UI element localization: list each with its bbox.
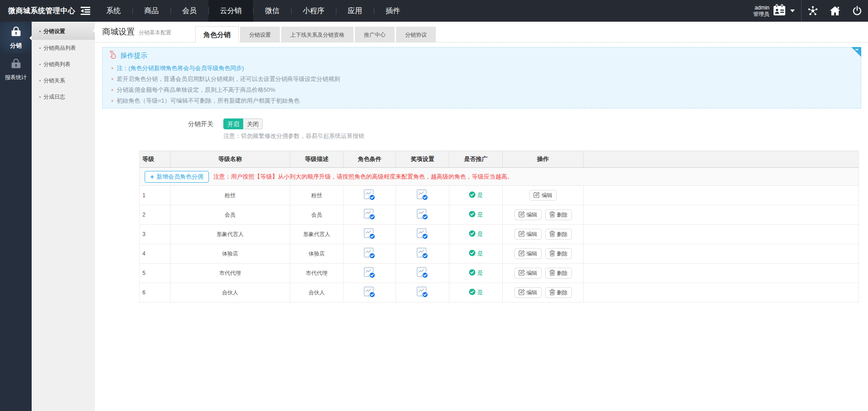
cell-level: 5 bbox=[140, 264, 170, 283]
tab-分销协议[interactable]: 分销协议 bbox=[396, 27, 436, 43]
cell-promote: 是 bbox=[449, 225, 503, 244]
tip-text: 初始角色（等级=1）可编辑不可删除，所有新建的用户都属于初始角色 bbox=[117, 97, 300, 105]
role-condition-icon[interactable] bbox=[363, 286, 376, 299]
tab-分销设置[interactable]: 分销设置 bbox=[240, 27, 280, 43]
promote-text: 是 bbox=[477, 269, 483, 277]
side-menu-item-分销商列表[interactable]: 分销商列表 bbox=[32, 56, 95, 72]
role-condition-icon[interactable] bbox=[363, 208, 376, 222]
tab-推广中心[interactable]: 推广中心 bbox=[355, 27, 395, 43]
edit-button[interactable]: 编辑 bbox=[514, 268, 542, 279]
distribution-switch: 开启 关闭 bbox=[223, 118, 263, 129]
power-icon[interactable] bbox=[846, 0, 868, 22]
bullet-dot bbox=[39, 64, 41, 65]
add-role-button[interactable]: + 新增会员角色分佣 bbox=[145, 171, 209, 183]
cell-empty bbox=[584, 244, 859, 263]
user-menu[interactable]: admin 管理员 bbox=[753, 4, 795, 18]
delete-button[interactable]: 删除 bbox=[545, 248, 572, 259]
award-setting-icon[interactable] bbox=[416, 208, 429, 222]
top-nav-item-商品[interactable]: 商品 bbox=[132, 0, 170, 22]
delete-button[interactable]: 删除 bbox=[545, 287, 572, 298]
share-nodes-icon[interactable] bbox=[802, 0, 824, 22]
tab-角色分销[interactable]: 角色分销 bbox=[195, 26, 239, 43]
side-menu-item-分销设置[interactable]: 分销设置 bbox=[32, 23, 95, 40]
top-nav-item-应用[interactable]: 应用 bbox=[336, 0, 374, 22]
table-body: 1粉丝粉丝 是 编辑2会员会员 是 编辑 删除3形象代言人形象代言人 是 编辑 bbox=[139, 186, 859, 302]
cell-actions: 编辑 删除 bbox=[503, 244, 584, 263]
col-header-操作: 操作 bbox=[503, 151, 584, 167]
edit-label: 编辑 bbox=[527, 231, 538, 238]
cell-role-condition bbox=[344, 225, 396, 244]
promote-text: 是 bbox=[477, 191, 483, 199]
award-setting-icon[interactable] bbox=[416, 247, 429, 260]
switch-on-button[interactable]: 开启 bbox=[223, 118, 243, 129]
edit-icon bbox=[519, 231, 527, 238]
table-row: 4体验店体验店 是 编辑 删除 bbox=[139, 244, 859, 264]
top-nav-item-云分销[interactable]: 云分销 bbox=[208, 0, 253, 22]
role-condition-icon[interactable] bbox=[363, 228, 376, 241]
side-menu-item-分销商品列表[interactable]: 分销商品列表 bbox=[32, 40, 95, 56]
promote-text: 是 bbox=[477, 288, 483, 297]
delete-label: 删除 bbox=[557, 211, 568, 219]
delete-button[interactable]: 删除 bbox=[545, 229, 572, 240]
role-condition-icon[interactable] bbox=[363, 189, 376, 202]
cell-name: 粉丝 bbox=[170, 186, 290, 205]
cell-promote: 是 bbox=[449, 186, 503, 205]
top-bar: 微商城系统管理中心 系统商品会员云分销微信小程序应用插件 admin 管理员 bbox=[0, 0, 868, 22]
delete-button[interactable]: 删除 bbox=[545, 209, 572, 220]
tip-title-row: 操作提示 bbox=[108, 50, 147, 61]
promote-status: 是 bbox=[469, 250, 483, 258]
home-icon[interactable] bbox=[824, 0, 846, 22]
col-header-等级名称: 等级名称 bbox=[170, 151, 290, 167]
side-menu-item-分成日志[interactable]: 分成日志 bbox=[32, 89, 95, 105]
award-setting-icon[interactable] bbox=[416, 189, 429, 202]
top-nav-item-插件[interactable]: 插件 bbox=[374, 0, 412, 22]
promote-status: 是 bbox=[469, 230, 483, 238]
tip-text: 注：(角色分销新增角色将会与会员等级角色同步) bbox=[117, 64, 244, 72]
edit-button[interactable]: 编辑 bbox=[514, 229, 542, 240]
icon-sidebar-item-分销[interactable]: 分销 bbox=[0, 22, 32, 53]
award-setting-icon[interactable] bbox=[416, 286, 429, 299]
tab-上下线关系及分销资格[interactable]: 上下线关系及分销资格 bbox=[281, 27, 354, 43]
switch-off-button[interactable]: 关闭 bbox=[243, 118, 263, 129]
cell-desc: 形象代言人 bbox=[290, 225, 344, 244]
cell-role-condition bbox=[344, 283, 396, 302]
edit-label: 编辑 bbox=[527, 211, 538, 219]
cell-level: 1 bbox=[140, 186, 170, 205]
edit-icon bbox=[519, 250, 527, 258]
cell-empty bbox=[584, 186, 859, 205]
side-menu-item-分销关系[interactable]: 分销关系 bbox=[32, 72, 95, 89]
edit-button[interactable]: 编辑 bbox=[514, 248, 542, 259]
bullet-arrow-icon bbox=[112, 99, 113, 102]
promote-status: 是 bbox=[469, 288, 483, 297]
icon-sidebar-item-报表统计[interactable]: 报表统计 bbox=[0, 53, 32, 85]
check-circle-icon bbox=[469, 230, 477, 238]
edit-button[interactable]: 编辑 bbox=[514, 209, 542, 220]
role-condition-icon[interactable] bbox=[363, 247, 376, 260]
cell-promote: 是 bbox=[449, 264, 503, 283]
cell-desc: 会员 bbox=[290, 205, 344, 224]
corner-fold-icon bbox=[851, 47, 861, 59]
delete-button[interactable]: 删除 bbox=[545, 268, 572, 279]
topbar-actions: admin 管理员 bbox=[753, 0, 868, 22]
check-circle-icon bbox=[469, 288, 477, 297]
edit-button[interactable]: 编辑 bbox=[529, 190, 557, 201]
role-condition-icon[interactable] bbox=[363, 267, 376, 280]
top-nav-item-会员[interactable]: 会员 bbox=[170, 0, 208, 22]
check-circle-icon bbox=[469, 191, 477, 199]
top-nav-item-小程序[interactable]: 小程序 bbox=[291, 0, 336, 22]
tip-item: 若开启角色分销，普通会员启用默认分销规则，还可以去设置分销商等级设定分销规则 bbox=[112, 74, 340, 85]
cell-level: 2 bbox=[140, 205, 170, 224]
table-row: 3形象代言人形象代言人 是 编辑 删除 bbox=[139, 225, 859, 244]
edit-label: 编辑 bbox=[527, 269, 538, 277]
award-setting-icon[interactable] bbox=[416, 267, 429, 280]
cell-award-setting bbox=[396, 264, 449, 283]
top-nav-item-系统[interactable]: 系统 bbox=[94, 0, 132, 22]
edit-icon bbox=[519, 211, 527, 219]
edit-button[interactable]: 编辑 bbox=[514, 287, 542, 298]
cell-role-condition bbox=[344, 186, 396, 205]
award-setting-icon[interactable] bbox=[416, 228, 429, 241]
top-nav-item-微信[interactable]: 微信 bbox=[253, 0, 291, 22]
main-content: 商城设置 分销基本配置 角色分销分销设置上下线关系及分销资格推广中心分销协议 操… bbox=[95, 22, 868, 411]
cell-actions: 编辑 删除 bbox=[503, 264, 584, 283]
collapse-menu-icon[interactable] bbox=[80, 6, 90, 15]
